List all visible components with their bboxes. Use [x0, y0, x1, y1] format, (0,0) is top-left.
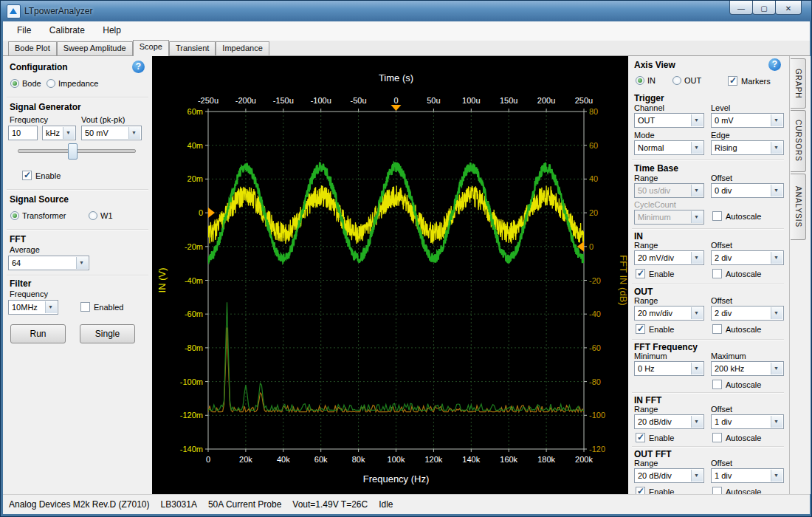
minimum-label: Minimum — [634, 352, 667, 360]
separator — [632, 446, 784, 448]
in-offset-select[interactable]: 2 div — [711, 250, 784, 265]
generator-enable-checkbox[interactable]: Enable — [22, 171, 61, 180]
markers-checkbox[interactable]: Markers — [728, 76, 771, 86]
timebase-autoscale-checkbox[interactable]: Autoscale — [712, 211, 761, 221]
fft-average-select[interactable]: 64 — [8, 256, 89, 270]
configuration-title: Configuration — [10, 62, 68, 72]
side-tab-analysis[interactable]: ANALYSIS — [791, 174, 806, 240]
scope-plot[interactable]: -250u-200u-150u-100u-50u050u100u150u200u… — [152, 56, 628, 494]
frequency-input[interactable] — [8, 126, 38, 140]
chevron-down-icon — [691, 211, 703, 223]
radio-axis-in[interactable]: IN — [636, 76, 656, 85]
radio-bode[interactable]: Bode — [10, 79, 41, 88]
checkbox-label: Markers — [741, 77, 771, 86]
checkbox-label: Enable — [649, 325, 674, 334]
status-probe: 50A Current Probe — [208, 499, 281, 510]
in-fft-range-select[interactable]: 20 dB/div — [634, 414, 704, 429]
timebase-offset-select[interactable]: 0 div — [711, 183, 784, 198]
minimize-button[interactable] — [729, 1, 753, 15]
fft-frequency-autoscale-checkbox[interactable]: Autoscale — [712, 380, 761, 389]
chevron-down-icon — [691, 307, 703, 319]
in-fft-autoscale-checkbox[interactable]: Autoscale — [712, 433, 761, 442]
out-fft-range-select[interactable]: 20 dB/div — [634, 468, 704, 483]
trigger-level-select[interactable]: 0 mV — [711, 113, 784, 128]
maximum-label: Maximum — [711, 352, 746, 360]
radio-label: Transformer — [22, 211, 66, 220]
range-label: Range — [634, 405, 658, 414]
offset-label: Offset — [711, 459, 732, 468]
menu-help[interactable]: Help — [95, 21, 128, 39]
tab-transient[interactable]: Transient — [169, 41, 216, 55]
app-window: LTpowerAnalyzer File Calibrate Help Bode… — [0, 0, 812, 517]
menu-file[interactable]: File — [10, 21, 38, 39]
in-level-marker[interactable] — [208, 208, 215, 218]
separator — [632, 339, 784, 340]
single-button[interactable]: Single — [80, 324, 135, 343]
tab-bode-plot[interactable]: Bode Plot — [8, 41, 57, 55]
filter-frequency-select[interactable]: 10MHz — [8, 300, 58, 315]
side-tab-graph[interactable]: GRAPH — [791, 58, 806, 109]
vout-select[interactable]: 50 mV — [81, 126, 142, 140]
svg-text:-20m: -20m — [185, 242, 203, 251]
radio-transformer[interactable]: Transformer — [10, 211, 66, 220]
trigger-channel-select[interactable]: OUT — [634, 113, 704, 128]
run-button[interactable]: Run — [10, 324, 66, 343]
tab-sweep-amplitude[interactable]: Sweep Amplitude — [57, 41, 133, 55]
chevron-down-icon — [691, 416, 703, 428]
svg-text:-60m: -60m — [185, 309, 203, 318]
chevron-down-icon — [771, 142, 782, 154]
trigger-edge-select[interactable]: Rising — [711, 140, 784, 155]
svg-text:100u: 100u — [462, 96, 480, 105]
chevron-down-icon — [76, 257, 88, 269]
fft-maximum-select[interactable]: 200 kHz — [711, 361, 784, 376]
svg-text:60k: 60k — [314, 455, 328, 464]
fft-minimum-select[interactable]: 0 Hz — [634, 361, 704, 376]
amplitude-slider[interactable] — [18, 143, 136, 159]
out-range-select[interactable]: 20 mv/div — [634, 306, 704, 321]
slider-thumb[interactable] — [68, 143, 78, 160]
cyclecount-select: Minimum — [634, 210, 704, 225]
svg-text:-100u: -100u — [311, 96, 331, 105]
separator — [7, 189, 148, 191]
menu-calibrate[interactable]: Calibrate — [42, 21, 92, 39]
trigger-time-marker[interactable] — [391, 105, 402, 111]
side-tab-cursors[interactable]: CURSORS — [791, 110, 806, 172]
in-fft-offset-select[interactable]: 1 div — [711, 414, 784, 429]
filter-enabled-checkbox[interactable]: Enabled — [80, 302, 123, 312]
radio-label: OUT — [684, 76, 701, 85]
range-label: Range — [634, 174, 658, 182]
radio-w1[interactable]: W1 — [89, 211, 113, 220]
chevron-down-icon — [691, 114, 703, 126]
out-section-title: OUT — [634, 287, 653, 297]
checkbox-label: Enable — [35, 171, 61, 180]
in-enable-checkbox[interactable]: Enable — [636, 269, 674, 278]
out-offset-select[interactable]: 2 div — [711, 306, 784, 321]
frequency-unit-select[interactable]: kHz — [42, 126, 76, 140]
svg-text:Time (s): Time (s) — [379, 72, 413, 83]
trigger-mode-select[interactable]: Normal — [634, 140, 704, 155]
svg-text:180k: 180k — [537, 455, 555, 464]
chevron-down-icon — [771, 363, 782, 374]
maximize-button[interactable] — [752, 1, 776, 15]
help-icon[interactable] — [132, 61, 145, 73]
status-bar: Analog Devices M2k Rev.D (Z7010) LB3031A… — [3, 494, 810, 514]
checkbox-label: Autoscale — [726, 270, 761, 278]
tab-scope[interactable]: Scope — [133, 40, 169, 56]
in-fft-enable-checkbox[interactable]: Enable — [636, 433, 674, 442]
filter-frequency-label: Frequency — [10, 290, 48, 298]
chevron-down-icon — [63, 127, 75, 139]
svg-text:80: 80 — [589, 107, 598, 116]
close-button[interactable] — [775, 1, 802, 15]
checkbox-label: Enable — [649, 270, 674, 278]
svg-text:150u: 150u — [500, 96, 517, 105]
radio-axis-out[interactable]: OUT — [672, 76, 701, 85]
help-icon[interactable] — [768, 58, 781, 71]
separator — [7, 275, 148, 276]
radio-impedance[interactable]: Impedance — [47, 79, 98, 88]
out-fft-offset-select[interactable]: 1 div — [711, 468, 784, 483]
out-enable-checkbox[interactable]: Enable — [636, 324, 674, 334]
out-autoscale-checkbox[interactable]: Autoscale — [712, 324, 761, 334]
in-range-select[interactable]: 20 mV/div — [634, 250, 704, 265]
in-autoscale-checkbox[interactable]: Autoscale — [712, 269, 761, 278]
tab-impedance[interactable]: Impedance — [216, 41, 269, 55]
